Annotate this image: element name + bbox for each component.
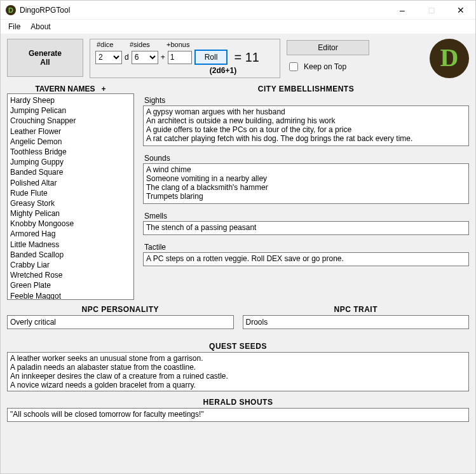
- app-icon: D: [6, 5, 16, 15]
- tactile-label: Tactile: [144, 243, 469, 252]
- tavern-list[interactable]: Hardy SheepJumping PelicanCrouching Snap…: [7, 93, 134, 300]
- editor-button[interactable]: Editor: [287, 40, 369, 55]
- npc-personality-header: NPC PERSONALITY: [7, 305, 234, 314]
- dice-panel: #dice #sides +bonus 2 d 6 + Roll = 11 (2…: [90, 39, 280, 78]
- list-item[interactable]: Mighty Pelican: [10, 208, 131, 219]
- generate-all-button[interactable]: Generate All: [7, 39, 83, 77]
- list-item[interactable]: Wretched Rose: [10, 270, 131, 280]
- list-item[interactable]: Little Madness: [10, 240, 131, 250]
- sounds-label: Sounds: [144, 154, 469, 163]
- logo: D: [430, 39, 469, 78]
- roll-result: = 11: [234, 50, 259, 65]
- tactile-field[interactable]: A PC steps on a rotten veggie. Roll DEX …: [143, 252, 469, 266]
- num-dice-label: #dice: [97, 41, 123, 48]
- menu-file[interactable]: File: [8, 22, 20, 31]
- smells-label: Smells: [144, 212, 469, 220]
- quest-header: QUEST SEEDS: [7, 342, 469, 351]
- herald-field[interactable]: "All schools will be closed tomorrow for…: [7, 408, 469, 422]
- quest-field[interactable]: A leather worker seeks an unusual stone …: [7, 352, 469, 391]
- embellishments-header: CITY EMBELLISHMENTS: [143, 85, 469, 93]
- list-item[interactable]: Rude Flute: [10, 188, 131, 198]
- list-item[interactable]: Feeble Maggot: [10, 291, 131, 300]
- tavern-plus-button[interactable]: +: [102, 85, 106, 93]
- list-item[interactable]: Armored Hag: [10, 229, 131, 239]
- list-item[interactable]: Jumping Guppy: [10, 157, 131, 167]
- list-item[interactable]: Knobby Mongoose: [10, 219, 131, 229]
- plus-separator: +: [161, 53, 165, 62]
- num-dice-select[interactable]: 2: [95, 51, 122, 64]
- list-item[interactable]: Hardy Sheep: [10, 95, 131, 105]
- list-item[interactable]: Crabby Liar: [10, 260, 131, 270]
- keep-on-top-row[interactable]: Keep on Top: [287, 60, 369, 73]
- sights-label: Sights: [144, 96, 469, 105]
- list-item[interactable]: Greasy Stork: [10, 198, 131, 208]
- list-item[interactable]: Leather Flower: [10, 126, 131, 137]
- menu-about[interactable]: About: [31, 22, 50, 31]
- tavern-header: TAVERN NAMES: [35, 85, 95, 93]
- smells-field[interactable]: The stench of a passing peasant: [143, 221, 469, 235]
- sights-field[interactable]: A gypsy woman argues with her husband An…: [143, 105, 469, 146]
- d-separator: d: [125, 53, 129, 62]
- sounds-field[interactable]: A wind chime Someone vomiting in a nearb…: [143, 163, 469, 204]
- bonus-label: +bonus: [167, 41, 189, 48]
- npc-trait-field[interactable]: [243, 315, 470, 329]
- logo-letter: D: [440, 43, 459, 72]
- list-item[interactable]: Toothless Bridge: [10, 147, 131, 157]
- maximize-button[interactable]: □: [417, 1, 446, 20]
- list-item[interactable]: Banded Scallop: [10, 250, 131, 260]
- minimize-button[interactable]: –: [388, 1, 417, 20]
- sides-select[interactable]: 6: [132, 51, 158, 64]
- roll-button[interactable]: Roll: [194, 50, 228, 65]
- keep-on-top-label: Keep on Top: [304, 62, 346, 71]
- list-item[interactable]: Angelic Demon: [10, 137, 131, 147]
- list-item[interactable]: Banded Square: [10, 167, 131, 177]
- npc-trait-header: NPC TRAIT: [243, 305, 470, 314]
- list-item[interactable]: Jumping Pelican: [10, 105, 131, 116]
- sides-label: #sides: [130, 41, 160, 48]
- list-item[interactable]: Green Plate: [10, 280, 131, 290]
- herald-header: HERALD SHOUTS: [7, 398, 469, 407]
- npc-personality-field[interactable]: [7, 315, 234, 329]
- menubar: File About: [1, 20, 475, 34]
- titlebar: D DingoRPGTool – □ ✕: [1, 1, 475, 20]
- keep-on-top-checkbox[interactable]: [289, 62, 298, 71]
- close-button[interactable]: ✕: [446, 1, 475, 20]
- window-title: DingoRPGTool: [20, 6, 70, 15]
- bonus-input[interactable]: [168, 51, 192, 64]
- roll-formula: (2d6+1): [95, 66, 275, 75]
- list-item[interactable]: Crouching Snapper: [10, 116, 131, 126]
- list-item[interactable]: Polished Altar: [10, 178, 131, 188]
